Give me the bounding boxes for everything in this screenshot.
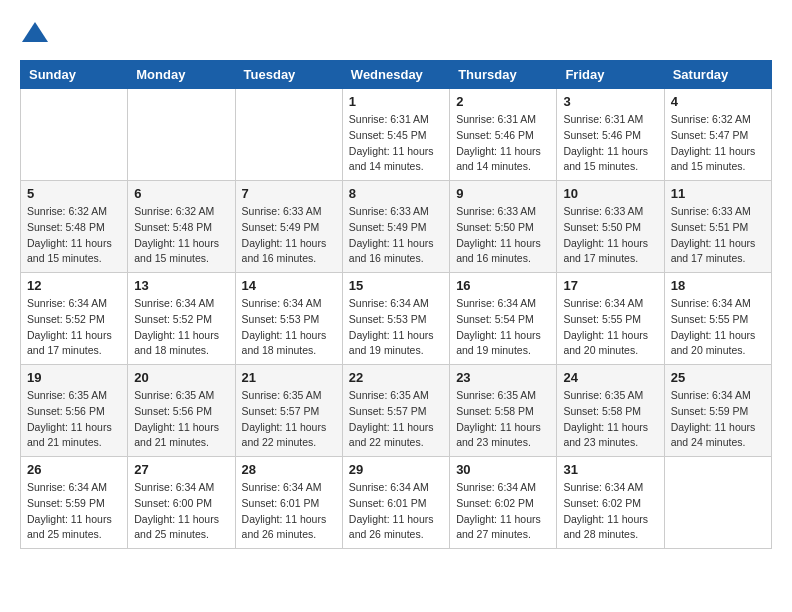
day-number: 14: [242, 278, 336, 293]
calendar-cell: 20Sunrise: 6:35 AMSunset: 5:56 PMDayligh…: [128, 365, 235, 457]
calendar-cell: 2Sunrise: 6:31 AMSunset: 5:46 PMDaylight…: [450, 89, 557, 181]
calendar-table: SundayMondayTuesdayWednesdayThursdayFrid…: [20, 60, 772, 549]
calendar-week-3: 12Sunrise: 6:34 AMSunset: 5:52 PMDayligh…: [21, 273, 772, 365]
calendar-cell: 3Sunrise: 6:31 AMSunset: 5:46 PMDaylight…: [557, 89, 664, 181]
day-info: Sunrise: 6:35 AMSunset: 5:56 PMDaylight:…: [27, 388, 121, 451]
day-number: 13: [134, 278, 228, 293]
day-info: Sunrise: 6:34 AMSunset: 5:52 PMDaylight:…: [27, 296, 121, 359]
calendar-cell: 22Sunrise: 6:35 AMSunset: 5:57 PMDayligh…: [342, 365, 449, 457]
day-number: 25: [671, 370, 765, 385]
day-info: Sunrise: 6:33 AMSunset: 5:51 PMDaylight:…: [671, 204, 765, 267]
day-number: 22: [349, 370, 443, 385]
calendar-week-1: 1Sunrise: 6:31 AMSunset: 5:45 PMDaylight…: [21, 89, 772, 181]
calendar-cell: 6Sunrise: 6:32 AMSunset: 5:48 PMDaylight…: [128, 181, 235, 273]
weekday-header-saturday: Saturday: [664, 61, 771, 89]
day-number: 2: [456, 94, 550, 109]
day-info: Sunrise: 6:35 AMSunset: 5:56 PMDaylight:…: [134, 388, 228, 451]
calendar-cell: 30Sunrise: 6:34 AMSunset: 6:02 PMDayligh…: [450, 457, 557, 549]
calendar-cell: 10Sunrise: 6:33 AMSunset: 5:50 PMDayligh…: [557, 181, 664, 273]
day-number: 12: [27, 278, 121, 293]
calendar-cell: 5Sunrise: 6:32 AMSunset: 5:48 PMDaylight…: [21, 181, 128, 273]
calendar-cell: 26Sunrise: 6:34 AMSunset: 5:59 PMDayligh…: [21, 457, 128, 549]
day-info: Sunrise: 6:34 AMSunset: 5:54 PMDaylight:…: [456, 296, 550, 359]
weekday-header-monday: Monday: [128, 61, 235, 89]
day-info: Sunrise: 6:31 AMSunset: 5:45 PMDaylight:…: [349, 112, 443, 175]
day-info: Sunrise: 6:33 AMSunset: 5:50 PMDaylight:…: [456, 204, 550, 267]
calendar-cell: 8Sunrise: 6:33 AMSunset: 5:49 PMDaylight…: [342, 181, 449, 273]
day-info: Sunrise: 6:35 AMSunset: 5:58 PMDaylight:…: [456, 388, 550, 451]
day-info: Sunrise: 6:33 AMSunset: 5:49 PMDaylight:…: [242, 204, 336, 267]
calendar-cell: [21, 89, 128, 181]
weekday-header-wednesday: Wednesday: [342, 61, 449, 89]
calendar-cell: 7Sunrise: 6:33 AMSunset: 5:49 PMDaylight…: [235, 181, 342, 273]
day-number: 7: [242, 186, 336, 201]
calendar-cell: 13Sunrise: 6:34 AMSunset: 5:52 PMDayligh…: [128, 273, 235, 365]
day-info: Sunrise: 6:34 AMSunset: 5:53 PMDaylight:…: [242, 296, 336, 359]
day-info: Sunrise: 6:33 AMSunset: 5:50 PMDaylight:…: [563, 204, 657, 267]
day-info: Sunrise: 6:31 AMSunset: 5:46 PMDaylight:…: [456, 112, 550, 175]
calendar-cell: [664, 457, 771, 549]
weekday-header-row: SundayMondayTuesdayWednesdayThursdayFrid…: [21, 61, 772, 89]
day-number: 24: [563, 370, 657, 385]
day-number: 8: [349, 186, 443, 201]
day-info: Sunrise: 6:34 AMSunset: 5:52 PMDaylight:…: [134, 296, 228, 359]
day-number: 26: [27, 462, 121, 477]
day-number: 9: [456, 186, 550, 201]
day-info: Sunrise: 6:34 AMSunset: 5:59 PMDaylight:…: [27, 480, 121, 543]
calendar-cell: 4Sunrise: 6:32 AMSunset: 5:47 PMDaylight…: [664, 89, 771, 181]
calendar-cell: 31Sunrise: 6:34 AMSunset: 6:02 PMDayligh…: [557, 457, 664, 549]
weekday-header-tuesday: Tuesday: [235, 61, 342, 89]
calendar-cell: 23Sunrise: 6:35 AMSunset: 5:58 PMDayligh…: [450, 365, 557, 457]
day-number: 17: [563, 278, 657, 293]
day-number: 15: [349, 278, 443, 293]
day-number: 27: [134, 462, 228, 477]
day-number: 1: [349, 94, 443, 109]
weekday-header-sunday: Sunday: [21, 61, 128, 89]
day-info: Sunrise: 6:33 AMSunset: 5:49 PMDaylight:…: [349, 204, 443, 267]
calendar-cell: 16Sunrise: 6:34 AMSunset: 5:54 PMDayligh…: [450, 273, 557, 365]
day-info: Sunrise: 6:34 AMSunset: 5:55 PMDaylight:…: [671, 296, 765, 359]
calendar-cell: 21Sunrise: 6:35 AMSunset: 5:57 PMDayligh…: [235, 365, 342, 457]
day-number: 20: [134, 370, 228, 385]
day-info: Sunrise: 6:34 AMSunset: 6:02 PMDaylight:…: [563, 480, 657, 543]
calendar-cell: 28Sunrise: 6:34 AMSunset: 6:01 PMDayligh…: [235, 457, 342, 549]
day-number: 31: [563, 462, 657, 477]
calendar-cell: 15Sunrise: 6:34 AMSunset: 5:53 PMDayligh…: [342, 273, 449, 365]
weekday-header-thursday: Thursday: [450, 61, 557, 89]
calendar-cell: 29Sunrise: 6:34 AMSunset: 6:01 PMDayligh…: [342, 457, 449, 549]
day-info: Sunrise: 6:35 AMSunset: 5:58 PMDaylight:…: [563, 388, 657, 451]
day-info: Sunrise: 6:34 AMSunset: 6:01 PMDaylight:…: [349, 480, 443, 543]
calendar-cell: 9Sunrise: 6:33 AMSunset: 5:50 PMDaylight…: [450, 181, 557, 273]
day-number: 3: [563, 94, 657, 109]
day-number: 6: [134, 186, 228, 201]
day-number: 29: [349, 462, 443, 477]
calendar-week-4: 19Sunrise: 6:35 AMSunset: 5:56 PMDayligh…: [21, 365, 772, 457]
calendar-cell: 1Sunrise: 6:31 AMSunset: 5:45 PMDaylight…: [342, 89, 449, 181]
day-info: Sunrise: 6:34 AMSunset: 6:01 PMDaylight:…: [242, 480, 336, 543]
day-number: 21: [242, 370, 336, 385]
weekday-header-friday: Friday: [557, 61, 664, 89]
calendar-cell: [128, 89, 235, 181]
day-number: 19: [27, 370, 121, 385]
calendar-cell: [235, 89, 342, 181]
day-info: Sunrise: 6:35 AMSunset: 5:57 PMDaylight:…: [349, 388, 443, 451]
calendar-cell: 12Sunrise: 6:34 AMSunset: 5:52 PMDayligh…: [21, 273, 128, 365]
calendar-week-5: 26Sunrise: 6:34 AMSunset: 5:59 PMDayligh…: [21, 457, 772, 549]
calendar-cell: 19Sunrise: 6:35 AMSunset: 5:56 PMDayligh…: [21, 365, 128, 457]
day-number: 16: [456, 278, 550, 293]
day-number: 11: [671, 186, 765, 201]
day-number: 18: [671, 278, 765, 293]
day-number: 23: [456, 370, 550, 385]
day-info: Sunrise: 6:35 AMSunset: 5:57 PMDaylight:…: [242, 388, 336, 451]
calendar-cell: 17Sunrise: 6:34 AMSunset: 5:55 PMDayligh…: [557, 273, 664, 365]
calendar-cell: 27Sunrise: 6:34 AMSunset: 6:00 PMDayligh…: [128, 457, 235, 549]
calendar-week-2: 5Sunrise: 6:32 AMSunset: 5:48 PMDaylight…: [21, 181, 772, 273]
day-info: Sunrise: 6:32 AMSunset: 5:48 PMDaylight:…: [27, 204, 121, 267]
day-number: 4: [671, 94, 765, 109]
svg-marker-0: [22, 22, 48, 42]
calendar-cell: 14Sunrise: 6:34 AMSunset: 5:53 PMDayligh…: [235, 273, 342, 365]
day-info: Sunrise: 6:31 AMSunset: 5:46 PMDaylight:…: [563, 112, 657, 175]
day-info: Sunrise: 6:34 AMSunset: 5:55 PMDaylight:…: [563, 296, 657, 359]
day-info: Sunrise: 6:34 AMSunset: 5:53 PMDaylight:…: [349, 296, 443, 359]
day-info: Sunrise: 6:32 AMSunset: 5:48 PMDaylight:…: [134, 204, 228, 267]
